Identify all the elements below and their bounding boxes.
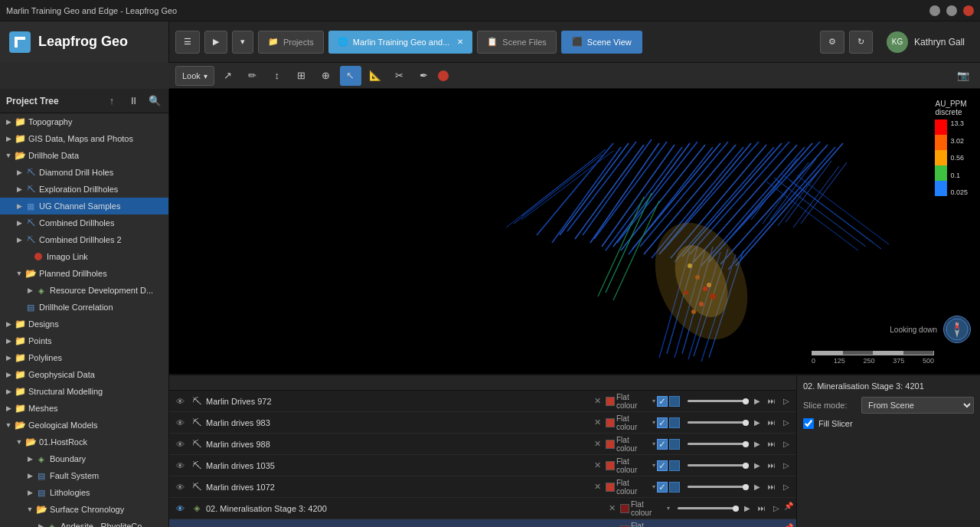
tree-arrow-topography[interactable]: ▶ [3, 113, 14, 130]
blue-box-1072[interactable] [669, 482, 680, 493]
expand-btn-972[interactable]: ▷ [779, 394, 793, 408]
frame-fwd-btn-1072[interactable]: ⏭ [765, 480, 779, 494]
arrow-tool-button[interactable]: ↕ [266, 66, 288, 86]
tree-arrow-surface-chron[interactable]: ▼ [24, 501, 35, 518]
pin-btn-min4201[interactable]: 📌 [784, 523, 793, 528]
tree-item-geophysical[interactable]: ▶ 📁 Geophysical Data [0, 366, 168, 383]
close-button[interactable] [963, 5, 974, 16]
tree-item-lithologies[interactable]: ▶ ▤ Lithologies [0, 484, 168, 501]
frame-fwd-btn-972[interactable]: ⏭ [765, 394, 779, 408]
scene-view-tab[interactable]: ⬛ Scene View [561, 31, 642, 54]
tree-item-dh-corr[interactable]: ▶ ▤ Drillhole Correlation [0, 299, 168, 316]
remove-1035[interactable]: ✕ [590, 459, 604, 473]
play-btn-1035[interactable]: ▶ [750, 459, 764, 473]
frame-fwd-btn-min4201[interactable]: ⏭ [755, 523, 769, 528]
tree-item-polylines[interactable]: ▶ 📁 Polylines [0, 349, 168, 366]
tree-arrow-exploration[interactable]: ▶ [14, 181, 24, 198]
tree-arrow-geophysical[interactable]: ▶ [3, 366, 14, 383]
expand-btn-min4201[interactable]: ▷ [769, 523, 783, 528]
tree-arrow-geological[interactable]: ▼ [3, 417, 14, 434]
tree-arrow-points[interactable]: ▶ [3, 332, 14, 349]
blue-box-983[interactable] [669, 417, 680, 428]
dropdown-button[interactable]: ▾ [232, 31, 253, 54]
tree-arrow-gis[interactable]: ▶ [3, 130, 14, 147]
remove-972[interactable]: ✕ [590, 394, 604, 408]
opacity-slider-1035[interactable] [688, 464, 749, 466]
tree-arrow-fault[interactable]: ▶ [24, 467, 35, 484]
remove-min4201[interactable]: ✕ [605, 523, 619, 528]
remove-983[interactable]: ✕ [590, 416, 604, 430]
expand-btn-1035[interactable]: ▷ [779, 459, 793, 473]
play-button[interactable]: ▶ [204, 31, 227, 54]
play-btn-972[interactable]: ▶ [750, 394, 764, 408]
tree-item-resource[interactable]: ▶ ◈ Resource Development D... [0, 282, 168, 299]
frame-fwd-btn-983[interactable]: ⏭ [765, 416, 779, 430]
tree-arrow-boundary[interactable]: ▶ [24, 450, 35, 467]
clip-button[interactable]: ✂ [389, 66, 410, 86]
collapse-tree-button[interactable]: ↑ [104, 93, 119, 109]
measure-button[interactable]: 📐 [364, 66, 386, 86]
check-1035[interactable]: ✓ [657, 460, 668, 471]
tree-arrow-combined2[interactable]: ▶ [14, 231, 24, 248]
remove-1072[interactable]: ✕ [590, 480, 604, 494]
tree-arrow-ug[interactable]: ▶ [14, 198, 24, 214]
refresh-button[interactable]: ↻ [849, 31, 873, 54]
tree-item-imago[interactable]: ▶ Imago Link [0, 248, 168, 265]
visibility-toggle-988[interactable]: 👁 [172, 437, 188, 452]
tree-item-ug-channel[interactable]: ▶ ▦ UG Channel Samples [0, 198, 168, 214]
tree-item-structural[interactable]: ▶ 📁 Structural Modelling [0, 383, 168, 400]
select-tool-button[interactable]: ↗ [217, 66, 239, 86]
tree-item-combined[interactable]: ▶ ⛏ Combined Drillholes [0, 214, 168, 231]
remove-min4200[interactable]: ✕ [605, 502, 619, 516]
opacity-slider-min4200[interactable] [678, 507, 739, 509]
tree-item-designs[interactable]: ▶ 📁 Designs [0, 316, 168, 332]
tree-item-meshes[interactable]: ▶ 📁 Meshes [0, 400, 168, 417]
play-btn-1072[interactable]: ▶ [750, 480, 764, 494]
expand-btn-1072[interactable]: ▷ [779, 480, 793, 494]
tree-item-combined2[interactable]: ▶ ⛏ Combined Drillholes 2 [0, 231, 168, 248]
frame-fwd-btn-1035[interactable]: ⏭ [765, 459, 779, 473]
settings-button[interactable]: ⚙ [820, 31, 844, 54]
frame-fwd-btn-988[interactable]: ⏭ [765, 437, 779, 451]
play-btn-983[interactable]: ▶ [750, 416, 764, 430]
projects-tab[interactable]: 📁 Projects [258, 31, 324, 54]
tree-item-gis[interactable]: ▶ 📁 GIS Data, Maps and Photos [0, 130, 168, 147]
blue-box-988[interactable] [669, 439, 680, 450]
visibility-toggle-min4200[interactable]: 👁 [172, 501, 188, 516]
tree-item-boundary[interactable]: ▶ ◈ Boundary [0, 450, 168, 467]
tree-item-fault[interactable]: ▶ ▤ Fault System [0, 467, 168, 484]
cursor-button[interactable]: ↖ [340, 66, 361, 86]
screenshot-button[interactable]: 📷 [952, 66, 974, 86]
pin-btn-min4200[interactable]: 📌 [784, 502, 793, 516]
grid-tool-button[interactable]: ⊞ [291, 66, 312, 86]
opacity-slider-972[interactable] [688, 400, 749, 402]
minimize-button[interactable] [929, 5, 940, 16]
check-983[interactable]: ✓ [657, 417, 668, 428]
menu-button[interactable]: ☰ [175, 31, 200, 54]
pencil-button[interactable]: ✒ [413, 66, 435, 86]
visibility-toggle-1072[interactable]: 👁 [172, 480, 188, 495]
visibility-toggle-min4201[interactable]: 👁 [172, 522, 188, 528]
tree-arrow-structural[interactable]: ▶ [3, 383, 14, 400]
tree-item-hostrock[interactable]: ▼ 📂 01.HostRock [0, 434, 168, 450]
tree-arrow-designs[interactable]: ▶ [3, 316, 14, 332]
slice-mode-select[interactable]: From Scene [861, 397, 974, 414]
tree-arrow-lithologies[interactable]: ▶ [24, 484, 35, 501]
training-tab[interactable]: 🌐 Marlin Training Geo and... ✕ [328, 31, 473, 54]
opacity-slider-1072[interactable] [688, 486, 749, 488]
tree-item-planned[interactable]: ▼ 📂 Planned Drillholes [0, 265, 168, 282]
tree-item-points[interactable]: ▶ 📁 Points [0, 332, 168, 349]
close-tab-icon[interactable]: ✕ [457, 38, 463, 46]
remove-988[interactable]: ✕ [590, 437, 604, 451]
play-btn-min4200[interactable]: ▶ [740, 502, 754, 516]
play-btn-min4201[interactable]: ▶ [740, 523, 754, 528]
tree-item-surface-chron[interactable]: ▼ 📂 Surface Chronology [0, 501, 168, 518]
tree-arrow-combined[interactable]: ▶ [14, 214, 24, 231]
tree-item-andesite[interactable]: ▶ ◈ Andesite - RhyoliteCo... [0, 518, 168, 527]
tree-arrow-drillhole[interactable]: ▼ [3, 147, 14, 164]
viewport-3d[interactable]: AU_PPMdiscrete 13.3 3.02 0.56 0.1 [169, 89, 980, 374]
tree-item-drillhole[interactable]: ▼ 📂 Drillhole Data [0, 147, 168, 164]
play-btn-988[interactable]: ▶ [750, 437, 764, 451]
visibility-toggle-972[interactable]: 👁 [172, 394, 188, 409]
expand-btn-983[interactable]: ▷ [779, 416, 793, 430]
